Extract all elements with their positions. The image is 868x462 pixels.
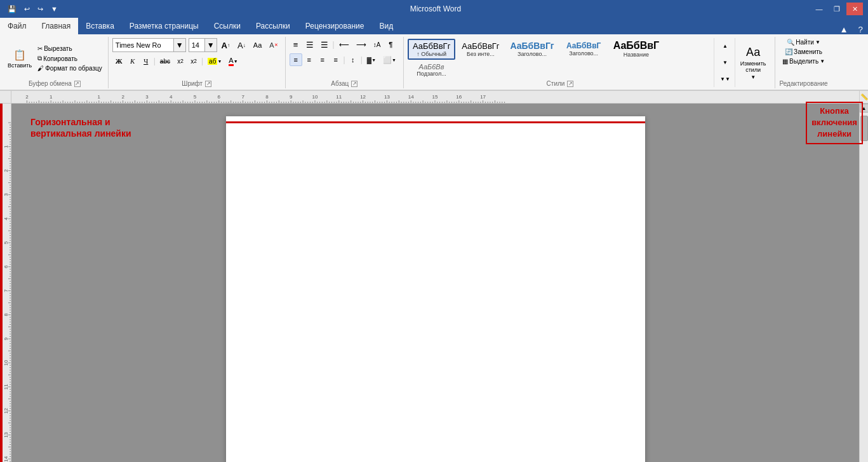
font-expand-btn[interactable]: ↗ <box>205 81 211 87</box>
shading-btn[interactable]: ▓▼ <box>364 53 379 66</box>
font-case-btn[interactable]: Аа <box>250 39 265 51</box>
style-title-preview: АаБбВвГ <box>613 40 660 51</box>
ribbon: Файл Главная Вставка Разметка страницы С… <box>0 18 868 91</box>
quick-redo-btn[interactable]: ↪ <box>35 4 46 15</box>
font-size-combo[interactable]: ▼ <box>189 38 217 52</box>
sort-btn[interactable]: ↕A <box>370 38 384 51</box>
font-size-input[interactable] <box>189 41 204 49</box>
styles-up-btn[interactable]: ▲ <box>717 40 733 53</box>
tab-review[interactable]: Рецензирование <box>298 18 372 34</box>
style-subtitle[interactable]: АаБ6Вв Подзагол... <box>408 61 455 79</box>
align-left-btn[interactable]: ≡ <box>290 53 302 66</box>
cut-btn[interactable]: ✂ Вырезать <box>36 44 104 53</box>
paragraph-expand-btn[interactable]: ↗ <box>351 81 357 87</box>
clipboard-group-content: 📋 Вставить ✂ Вырезать ⧉ Копировать 🖌 <box>5 38 104 79</box>
style-heading2[interactable]: АаБбВвГ Заголово... <box>560 39 608 58</box>
para-top-row: ≡ ☰ ☰ | ⟵ ⟶ ↕A ¶ <box>290 38 397 51</box>
horizontal-ruler <box>11 91 859 103</box>
tab-view[interactable]: Вид <box>371 18 401 34</box>
bold-btn[interactable]: Ж <box>112 55 126 67</box>
strikethrough-btn[interactable]: abc <box>157 55 173 67</box>
annotation-right: Кнопка включения линейки <box>806 102 863 144</box>
tab-insert[interactable]: Вставка <box>78 18 122 34</box>
ribbon-collapse-btn[interactable]: ▲ <box>834 25 853 34</box>
line-spacing-btn[interactable]: ↕ <box>347 53 359 66</box>
style-title[interactable]: АаБбВвГ Название <box>609 38 664 60</box>
select-dropdown-icon: ▼ <box>820 58 825 64</box>
close-btn[interactable]: ✕ <box>846 3 863 15</box>
tab-home[interactable]: Главная <box>34 18 79 34</box>
underline-btn[interactable]: Ч <box>140 55 152 67</box>
subscript-btn[interactable]: х2 <box>174 55 187 67</box>
align-right-btn[interactable]: ≡ <box>316 53 329 66</box>
scroll-track[interactable] <box>860 112 869 462</box>
ribbon-content: 📋 Вставить ✂ Вырезать ⧉ Копировать 🖌 <box>0 34 868 90</box>
paste-icon: 📋 <box>13 49 26 61</box>
superscript-btn[interactable]: х2 <box>187 55 200 67</box>
quick-undo-btn[interactable]: ↩ <box>22 4 32 15</box>
styles-more-btn[interactable]: ▼▼ <box>717 72 733 85</box>
italic-btn[interactable]: К <box>126 55 139 67</box>
document-page[interactable] <box>226 116 645 462</box>
decrease-indent-btn[interactable]: ⟵ <box>336 38 352 51</box>
style-no-spacing[interactable]: АаБбВвГг Без инте... <box>457 39 504 59</box>
minimize-btn[interactable]: — <box>811 3 827 15</box>
cut-icon: ✂ <box>37 45 43 52</box>
multilevel-btn[interactable]: ☰ <box>317 38 331 51</box>
styles-group: АаБбВвГг ↑ Обычный АаБбВвГг Без инте... … <box>405 37 775 88</box>
font-shrink-btn[interactable]: A↓ <box>234 39 249 51</box>
tab-page-layout[interactable]: Разметка страницы <box>122 18 206 34</box>
window-title: Microsoft Word <box>60 4 811 13</box>
window-controls: — ❐ ✕ <box>811 3 863 15</box>
ribbon-help-btn[interactable]: ? <box>853 25 868 34</box>
change-styles-btn[interactable]: Аа Изменитьстили ▼ <box>738 44 769 82</box>
tab-references[interactable]: Ссылки <box>206 18 248 34</box>
document-canvas[interactable]: Горизонтальная и вертикальная линейки <box>11 104 859 462</box>
copy-btn[interactable]: ⧉ Копировать <box>36 54 104 63</box>
tab-file[interactable]: Файл <box>0 18 34 34</box>
font-name-dropdown[interactable]: ▼ <box>173 39 185 51</box>
clipboard-expand-btn[interactable]: ↗ <box>74 81 81 87</box>
quick-more-btn[interactable]: ▼ <box>48 4 60 14</box>
font-color-btn[interactable]: А▼ <box>225 55 241 67</box>
styles-down-btn[interactable]: ▼ <box>717 56 733 69</box>
numbering-btn[interactable]: ☰ <box>303 38 317 51</box>
increase-indent-btn[interactable]: ⟶ <box>353 38 370 51</box>
borders-btn[interactable]: ⬜▼ <box>380 53 399 66</box>
page-top-red-border <box>226 121 645 123</box>
bullets-btn[interactable]: ≡ <box>290 38 302 51</box>
red-vertical-line <box>0 104 3 462</box>
styles-expand-btn[interactable]: ↗ <box>567 81 573 87</box>
horizontal-ruler-canvas <box>11 91 859 103</box>
editing-group: 🔍 Найти ▼ 🔄 Заменить ▦ Выделить ▼ Редакт… <box>777 37 831 88</box>
align-center-btn[interactable]: ≡ <box>303 53 316 66</box>
quick-save-btn[interactable]: 💾 <box>5 4 19 15</box>
justify-btn[interactable]: ≡ <box>330 53 342 66</box>
style-normal[interactable]: АаБбВвГг ↑ Обычный <box>408 39 455 60</box>
format-paint-btn[interactable]: 🖌 Формат по образцу <box>36 64 104 72</box>
tab-mailings[interactable]: Рассылки <box>248 18 298 34</box>
select-icon: ▦ <box>782 58 788 65</box>
show-marks-btn[interactable]: ¶ <box>384 38 397 51</box>
find-dropdown-icon: ▼ <box>815 39 820 45</box>
style-heading1[interactable]: АаБбВвГг Заголово... <box>505 39 558 59</box>
font-size-dropdown[interactable]: ▼ <box>204 39 217 51</box>
font-name-input[interactable] <box>113 41 173 49</box>
format-paint-icon: 🖌 <box>37 65 44 72</box>
replace-btn[interactable]: 🔄 Заменить <box>783 48 824 56</box>
highlight-btn[interactable]: аб▼ <box>204 55 225 67</box>
style-no-spacing-preview: АаБбВвГг <box>461 41 500 51</box>
paste-btn[interactable]: 📋 Вставить <box>5 39 34 78</box>
find-btn[interactable]: 🔍 Найти ▼ <box>785 38 822 46</box>
select-btn[interactable]: ▦ Выделить ▼ <box>780 57 827 65</box>
font-name-combo[interactable]: ▼ <box>112 38 186 52</box>
restore-btn[interactable]: ❐ <box>829 3 845 15</box>
ruler-corner <box>0 91 11 103</box>
style-heading1-preview: АаБбВвГг <box>510 41 554 51</box>
font-grow-btn[interactable]: A↑ <box>218 39 233 51</box>
para-bottom-row: ≡ ≡ ≡ ≡ | ↕ | ▓▼ ⬜▼ <box>290 53 399 66</box>
ruler-toggle-btn[interactable]: 📏 <box>860 93 868 100</box>
font-group: ▼ ▼ A↑ A↓ Аа A✕ Ж К Ч | abc <box>110 37 286 88</box>
paragraph-group: ≡ ☰ ☰ | ⟵ ⟶ ↕A ¶ ≡ ≡ ≡ ≡ | ↕ | ▓ <box>287 37 404 88</box>
font-clear-btn[interactable]: A✕ <box>266 39 281 51</box>
